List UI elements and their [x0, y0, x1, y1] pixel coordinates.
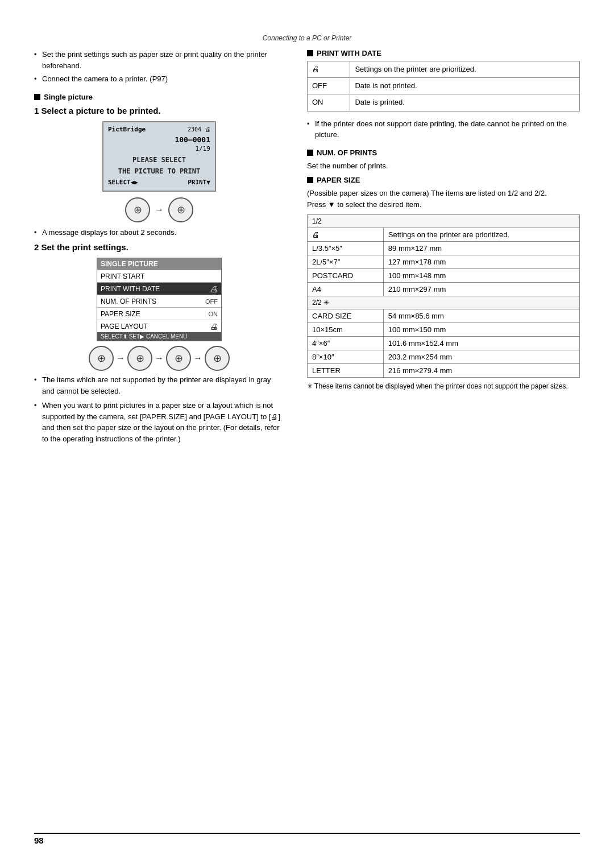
- single-picture-label: Single picture: [44, 93, 93, 101]
- paper-val-postcard: 100 mm×148 mm: [383, 269, 579, 283]
- menu-row-num-prints: NUM. OF PRINTS OFF: [97, 295, 221, 307]
- cell-off-value: Date is not printed.: [350, 78, 580, 94]
- single-picture-header: Single picture: [34, 93, 284, 101]
- dpad-right: ⊕: [168, 197, 193, 222]
- paper-section-1-label: 1/2: [308, 215, 580, 228]
- cell-on-value: Date is printed.: [350, 94, 580, 111]
- paper-size-heading: PAPER SIZE: [317, 176, 360, 184]
- step2-nav-row: ⊕ → ⊕ → ⊕ → ⊕: [34, 346, 284, 371]
- paper-row-printer: 🖨 Settings on the printer are prioritize…: [308, 228, 580, 242]
- paper-key-10x15: 10×15cm: [308, 323, 384, 337]
- menu-title: SINGLE PICTURE: [97, 258, 221, 270]
- printer-icon-2: 🖨: [312, 230, 320, 239]
- print-with-date-note: If the printer does not support date pri…: [307, 118, 580, 140]
- dpad-3: ⊕: [166, 346, 191, 371]
- step2-bullet-2: When you want to print pictures in a pap…: [34, 400, 284, 444]
- print-settings-menu: SINGLE PICTURE PRINT START PRINT WITH DA…: [97, 258, 222, 341]
- cell-printer-text: Settings on the printer are prioritized.: [350, 61, 580, 78]
- paper-val-10x15: 100 mm×150 mm: [383, 323, 579, 337]
- paper-section-2-header: 2/2 ✳: [308, 296, 580, 309]
- paper-row-postcard: POSTCARD 100 mm×148 mm: [308, 269, 580, 283]
- paper-row-cardsize: CARD SIZE 54 mm×85.6 mm: [308, 309, 580, 323]
- cam-select-label: SELECT◀▶: [108, 179, 138, 186]
- menu-nav-bar: SELECT⬆ SET▶ CANCEL MENU: [97, 332, 221, 341]
- menu-row-paper-size: PAPER SIZE ON: [97, 307, 221, 320]
- cell-printer-icon: 🖨: [308, 61, 350, 78]
- arrow-right-1: →: [155, 205, 164, 215]
- step1-note: A message displays for about 2 seconds.: [34, 227, 284, 238]
- table-row-on: ON Date is printed.: [308, 94, 580, 111]
- print-with-date-header: PRINT WITH DATE: [307, 49, 580, 57]
- paper-key-letter: LETTER: [308, 364, 384, 378]
- page-number: 98: [34, 836, 44, 845]
- cam-message-line2: THE PICTURE TO PRINT: [108, 167, 210, 175]
- cam-print-label: PRINT▼: [188, 179, 210, 186]
- num-prints-note: Set the number of prints.: [307, 160, 580, 172]
- paper-size-header: PAPER SIZE: [307, 176, 580, 184]
- main-content: Set the print settings such as paper siz…: [34, 49, 580, 448]
- bottom-rule: [34, 833, 580, 834]
- paper-key-4x6: 4″×6″: [308, 337, 384, 350]
- paper-row-8x10: 8″×10″ 203.2 mm×254 mm: [308, 350, 580, 364]
- camera-screen: PictBridge 2304 🖨 100–0001 1/19 PLEASE S…: [102, 121, 216, 192]
- paper-val-4x6: 101.6 mm×152.4 mm: [383, 337, 579, 350]
- paper-key-a4: A4: [308, 283, 384, 296]
- print-with-date-table: 🖨 Settings on the printer are prioritize…: [307, 61, 580, 111]
- cell-on-key: ON: [308, 94, 350, 111]
- black-square-icon-4: [307, 177, 313, 183]
- page-number-bar: 98: [0, 836, 614, 845]
- paper-row-letter: LETTER 216 mm×279.4 mm: [308, 364, 580, 378]
- paper-size-intro: (Possible paper sizes on the camera) The…: [307, 188, 580, 210]
- step2-heading: 2 Set the print settings.: [34, 242, 284, 252]
- cam-brand: PictBridge: [108, 126, 146, 133]
- menu-row-print-with-date: PRINT WITH DATE 🖨: [97, 282, 221, 295]
- step1-heading: 1 Select a picture to be printed.: [34, 106, 284, 115]
- cam-message-line1: PLEASE SELECT: [108, 156, 210, 164]
- paper-key-cardsize: CARD SIZE: [308, 309, 384, 323]
- paper-size-footnote: ✳ These items cannot be displayed when t…: [307, 381, 580, 391]
- paper-cell-printer-icon: 🖨: [308, 228, 384, 242]
- page: Connecting to a PC or Printer Set the pr…: [0, 0, 614, 868]
- paper-row-4x6: 4″×6″ 101.6 mm×152.4 mm: [308, 337, 580, 350]
- paper-row-l35x5: L/3.5″×5″ 89 mm×127 mm: [308, 242, 580, 255]
- paper-val-8x10: 203.2 mm×254 mm: [383, 350, 579, 364]
- paper-val-l35: 89 mm×127 mm: [383, 242, 579, 255]
- paper-val-a4: 210 mm×297 mm: [383, 283, 579, 296]
- print-with-date-heading: PRINT WITH DATE: [317, 49, 381, 57]
- step2-bullet-1: The items which are not supported by the…: [34, 374, 284, 396]
- paper-val-cardsize: 54 mm×85.6 mm: [383, 309, 579, 323]
- paper-section-1-header: 1/2: [308, 215, 580, 228]
- paper-key-l35: L/3.5″×5″: [308, 242, 384, 255]
- dpad-left: ⊕: [125, 197, 150, 222]
- menu-row-page-layout: PAGE LAYOUT 🖨: [97, 320, 221, 332]
- table-row-off: OFF Date is not printed.: [308, 78, 580, 94]
- paper-val-2l: 127 mm×178 mm: [383, 255, 579, 269]
- paper-row-a4: A4 210 mm×297 mm: [308, 283, 580, 296]
- printer-icon: 🖨: [312, 65, 320, 73]
- paper-key-2l: 2L/5″×7″: [308, 255, 384, 269]
- right-column: PRINT WITH DATE 🖨 Settings on the printe…: [307, 49, 580, 391]
- black-square-icon-3: [307, 150, 313, 156]
- menu-row-print-start: PRINT START: [97, 270, 221, 282]
- black-square-icon: [34, 94, 40, 100]
- cam-fraction: 1/19: [108, 145, 210, 152]
- paper-size-table: 1/2 🖨 Settings on the printer are priori…: [307, 214, 580, 378]
- paper-section-2-label: 2/2 ✳: [308, 296, 580, 309]
- cam-counter-icon: 2304 🖨: [188, 126, 210, 133]
- bullet-1: Set the print settings such as paper siz…: [34, 49, 284, 71]
- paper-cell-printer-text: Settings on the printer are prioritized.: [383, 228, 579, 242]
- dpad-4: ⊕: [205, 346, 230, 371]
- dpad-1: ⊕: [89, 346, 114, 371]
- black-square-icon-2: [307, 50, 313, 56]
- paper-key-postcard: POSTCARD: [308, 269, 384, 283]
- paper-row-10x15: 10×15cm 100 mm×150 mm: [308, 323, 580, 337]
- table-row-printer-default: 🖨 Settings on the printer are prioritize…: [308, 61, 580, 78]
- paper-val-letter: 216 mm×279.4 mm: [383, 364, 579, 378]
- dpad-2: ⊕: [127, 346, 152, 371]
- page-caption: Connecting to a PC or Printer: [34, 34, 580, 42]
- intro-bullets: Set the print settings such as paper siz…: [34, 49, 284, 85]
- bullet-2: Connect the camera to a printer. (P97): [34, 73, 284, 85]
- num-prints-header: NUM. OF PRINTS: [307, 148, 580, 157]
- cell-off-key: OFF: [308, 78, 350, 94]
- step1-dpad-row: ⊕ → ⊕: [34, 197, 284, 222]
